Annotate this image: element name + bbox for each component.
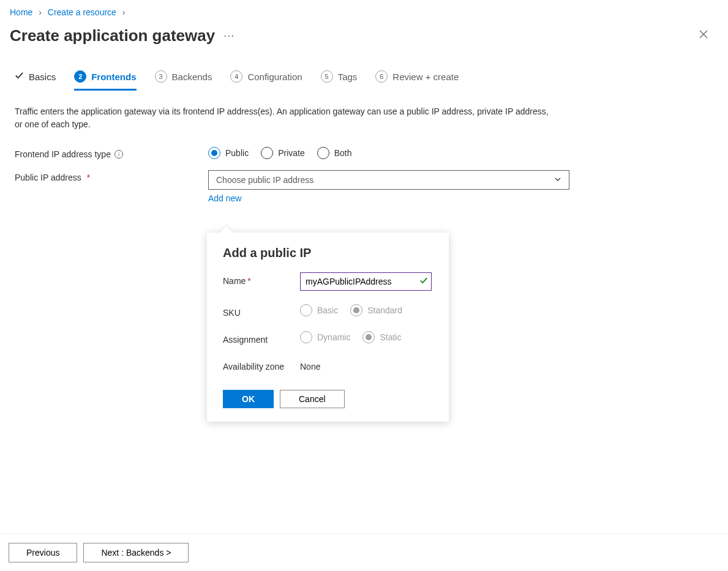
tab-frontends[interactable]: 2 Frontends [74,65,136,91]
radio-label: Basic [317,305,338,315]
radio-icon [300,304,312,316]
popup-name-label: Name* [223,272,300,286]
breadcrumb-create-resource[interactable]: Create a resource [48,7,116,17]
breadcrumb-home[interactable]: Home [10,7,32,17]
radio-label: Private [278,148,305,158]
required-icon: * [87,173,90,182]
wizard-tabs: Basics 2 Frontends 3 Backends 4 Configur… [0,65,728,91]
tab-label: Frontends [91,72,136,82]
close-icon[interactable] [694,24,713,47]
tab-basics[interactable]: Basics [15,65,56,91]
label-text: Frontend IP address type [15,149,111,159]
breadcrumb: Home › Create a resource › [0,0,728,21]
radio-label: Public [225,148,249,158]
radio-icon [208,147,220,159]
chevron-right-icon: › [39,7,42,17]
radio-icon [362,331,375,343]
frontend-type-radios: Public Private Both [208,147,352,159]
cancel-button[interactable]: Cancel [280,390,345,408]
tab-label: Tags [338,72,358,82]
step-number-icon: 4 [230,70,242,83]
tab-configuration[interactable]: 4 Configuration [230,65,302,91]
popup-sku-label: SKU [223,304,300,318]
radio-icon [350,304,362,316]
add-new-link[interactable]: Add new [208,193,241,203]
popup-buttons: OK Cancel [223,390,433,408]
more-icon[interactable]: ··· [223,29,235,42]
popup-name-row: Name* [223,272,433,291]
radio-label: Standard [367,305,402,315]
label-text: Public IP address [15,173,81,182]
public-ip-row: Public IP address* Choose public IP addr… [15,170,713,203]
page-header: Create application gateway ··· [0,21,728,65]
step-number-icon: 6 [375,70,388,83]
next-button[interactable]: Next : Backends > [83,543,189,562]
step-number-icon: 2 [74,70,86,83]
chevron-down-icon [554,176,561,185]
tab-label: Configuration [247,72,302,82]
content: Traffic enters the application gateway v… [0,91,728,229]
radio-sku-standard: Standard [350,304,402,316]
radio-assignment-dynamic: Dynamic [300,331,350,343]
required-icon: * [247,276,250,286]
info-icon[interactable]: i [114,150,123,159]
select-placeholder: Choose public IP address [216,175,313,185]
previous-button[interactable]: Previous [9,543,77,562]
tab-label: Review + create [392,72,459,82]
tab-backends[interactable]: 3 Backends [155,65,212,91]
step-number-icon: 3 [155,70,167,83]
checkmark-icon [419,277,428,287]
popup-assignment-row: Assignment Dynamic Static [223,331,433,345]
radio-icon [300,331,312,343]
radio-assignment-static: Static [362,331,401,343]
radio-public[interactable]: Public [208,147,249,159]
label-text: Name [223,276,246,286]
radio-label: Static [380,332,401,342]
popup-title: Add a public IP [223,246,433,260]
tab-label: Backends [172,72,212,82]
tab-label: Basics [29,72,56,82]
tab-review-create[interactable]: 6 Review + create [375,65,459,91]
add-public-ip-popup: Add a public IP Name* SKU Basic Standard… [207,233,449,422]
step-number-icon: 5 [321,70,333,83]
name-input[interactable] [300,272,432,291]
popup-az-value: None [300,358,320,371]
description-text: Traffic enters the application gateway v… [15,105,554,131]
public-ip-select[interactable]: Choose public IP address [208,170,569,190]
radio-sku-basic: Basic [300,304,338,316]
frontend-type-row: Frontend IP address type i Public Privat… [15,147,713,159]
tab-tags[interactable]: 5 Tags [321,65,358,91]
radio-label: Both [334,148,352,158]
page-title: Create application gateway [10,26,215,45]
public-ip-label: Public IP address* [15,170,208,182]
radio-icon [317,147,329,159]
radio-icon [261,147,273,159]
frontend-type-label: Frontend IP address type i [15,147,208,159]
wizard-footer: Previous Next : Backends > [0,534,728,571]
popup-az-row: Availability zone None [223,358,433,371]
ok-button[interactable]: OK [223,390,274,408]
popup-assignment-label: Assignment [223,331,300,345]
checkmark-icon [15,71,24,82]
popup-az-label: Availability zone [223,358,300,371]
radio-private[interactable]: Private [261,147,305,159]
radio-label: Dynamic [317,332,350,342]
chevron-right-icon: › [122,7,126,17]
radio-both[interactable]: Both [317,147,352,159]
popup-sku-row: SKU Basic Standard [223,304,433,318]
